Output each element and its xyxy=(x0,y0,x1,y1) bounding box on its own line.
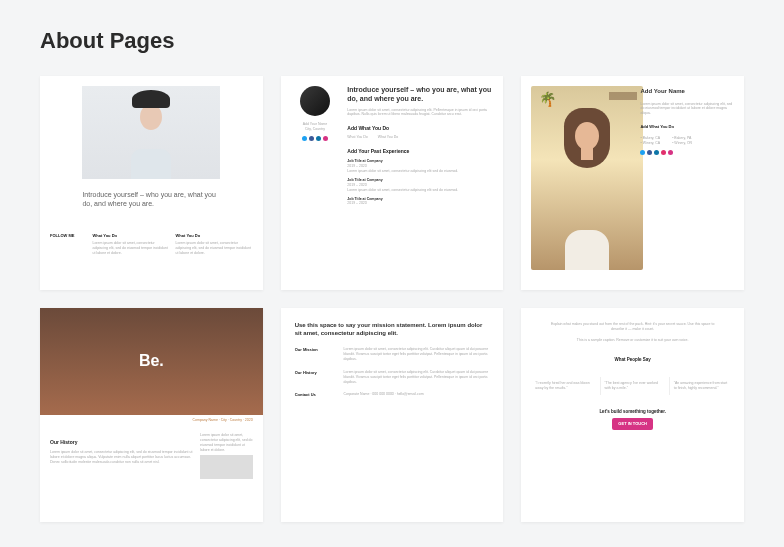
name-heading: Add Your Name xyxy=(640,88,734,96)
row-body: Lorem ipsum dolor sit amet, consectetur … xyxy=(344,370,490,385)
template-card-6[interactable]: Explain what makes you stand out from th… xyxy=(521,308,744,522)
hero-photo: 🌴 xyxy=(531,86,642,270)
row-label: Our History xyxy=(295,370,334,385)
top-copy: Explain what makes you stand out from th… xyxy=(549,322,716,332)
section-heading: Our History xyxy=(50,439,194,446)
location: City, Country xyxy=(305,127,325,132)
follow-label: FOLLOW ME xyxy=(50,233,86,239)
avatar xyxy=(300,86,330,116)
section-heading: Add What You Do xyxy=(640,124,734,130)
col-heading: What You Do xyxy=(176,233,253,239)
col-body: Lorem ipsum dolor sit amet, consectetur … xyxy=(92,241,169,256)
quote: "The best agency I've ever worked with b… xyxy=(600,377,665,395)
dribbble-icon xyxy=(323,136,328,141)
row-label: Our Mission xyxy=(295,347,334,362)
cta-heading: Let's build something together. xyxy=(531,409,734,415)
hero-photo: Be. xyxy=(40,308,263,415)
template-card-4[interactable]: Be. Company Name · City · Country · 2020… xyxy=(40,308,263,522)
hero-photo xyxy=(82,86,220,179)
row-label: Contact Us xyxy=(295,392,334,398)
job-dates: 2019 – 2020 xyxy=(347,201,493,206)
instagram-icon xyxy=(661,150,666,155)
job-body: Lorem ipsum dolor sit amet, consectetur … xyxy=(347,169,493,174)
intro-heading: Introduce yourself – who you are, what y… xyxy=(347,86,493,104)
col-body: Lorem ipsum dolor sit amet, consectetur … xyxy=(176,241,253,256)
dribbble-icon xyxy=(668,150,673,155)
intro-body: Lorem ipsum dolor sit amet, consectetur … xyxy=(347,108,493,118)
section-heading: Add What You Do xyxy=(347,125,493,132)
photo-caption: Company Name · City · Country · 2020 xyxy=(50,418,253,423)
template-card-3[interactable]: 🌴 Add Your Name Lorem ipsum dolor sit am… xyxy=(521,76,744,290)
col-heading: What You Do xyxy=(92,233,169,239)
bio-body: Lorem ipsum dolor sit amet, consectetur … xyxy=(640,102,734,117)
linkedin-icon xyxy=(654,150,659,155)
list-item: • Winery, CA xyxy=(640,141,660,146)
quote: "I recently hired her and was blown away… xyxy=(531,377,595,395)
side-text: Lorem ipsum dolor sit amet, consectetur … xyxy=(200,433,253,453)
intro-heading: Introduce yourself – who you are, what y… xyxy=(82,191,220,209)
quotes-heading: What People Say xyxy=(531,357,734,363)
twitter-icon xyxy=(640,150,645,155)
palm-icon: 🌴 xyxy=(539,90,556,110)
list-item: • Bakery, CA xyxy=(640,136,660,141)
list-item: • Winery, OR xyxy=(672,141,692,146)
linkedin-icon xyxy=(316,136,321,141)
template-card-2[interactable]: Add Your Name City, Country Introduce yo… xyxy=(281,76,504,290)
mission-heading: Use this space to say your mission state… xyxy=(295,322,490,337)
section-heading: Add Your Past Experience xyxy=(347,148,493,155)
template-grid: Introduce yourself – who you are, what y… xyxy=(40,76,744,522)
contact-info: Corporate Name · 000 000 0000 · hello@em… xyxy=(344,392,490,398)
list-item: • Bakery, PA xyxy=(672,136,692,141)
social-icons xyxy=(640,150,734,155)
twitter-icon xyxy=(302,136,307,141)
template-card-5[interactable]: Use this space to say your mission state… xyxy=(281,308,504,522)
side-thumb xyxy=(200,455,253,479)
template-card-1[interactable]: Introduce yourself – who you are, what y… xyxy=(40,76,263,290)
top-copy-2: This is a sample caption. Remove or cust… xyxy=(549,338,716,343)
job-body: Lorem ipsum dolor sit amet, consectetur … xyxy=(347,188,493,193)
page-title: About Pages xyxy=(40,28,744,54)
whatyoudo: What You Do xyxy=(347,135,367,140)
row-body: Lorem ipsum dolor sit amet, consectetur … xyxy=(344,347,490,362)
section-body: Lorem ipsum dolor sit amet, consectetur … xyxy=(50,450,194,465)
facebook-icon xyxy=(309,136,314,141)
whatyoudo: What You Do xyxy=(378,135,398,140)
quote: "An amazing experience from start to fin… xyxy=(669,377,734,395)
social-icons xyxy=(302,136,328,141)
logo-text: Be. xyxy=(139,350,164,372)
facebook-icon xyxy=(647,150,652,155)
cta-button[interactable]: GET IN TOUCH xyxy=(612,418,653,430)
